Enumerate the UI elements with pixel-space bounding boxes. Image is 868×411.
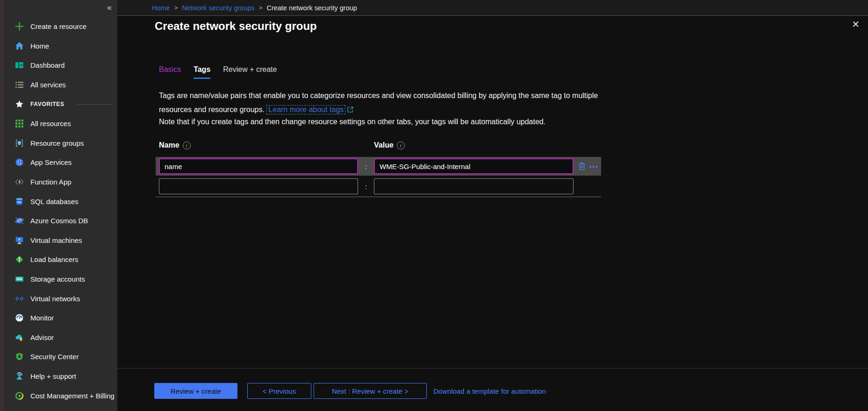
sidebar-item-advisor[interactable]: Advisor	[4, 328, 117, 347]
sidebar-item-label: SQL databases	[30, 198, 79, 206]
tags-note: Note that if you create tags and then ch…	[159, 118, 626, 126]
sidebar-item-create-a-resource[interactable]: Create a resource	[4, 17, 117, 36]
sidebar-item-label: Cost Management + Billing	[30, 392, 115, 400]
breadcrumb: Home > Network security groups > Create …	[117, 0, 868, 16]
sidebar-item-function-app[interactable]: Function App	[4, 172, 117, 192]
sidebar-item-app-services[interactable]: App Services	[4, 153, 117, 172]
cube-brackets-icon	[15, 139, 24, 148]
lightning-icon	[15, 177, 24, 186]
sidebar-item-dashboard[interactable]: Dashboard	[4, 56, 117, 75]
tab-bar: Basics Tags Review + create	[159, 65, 277, 79]
learn-more-about-tags-link[interactable]: Learn more about tags	[266, 105, 345, 114]
tags-table: Name i Value i : ••• :	[159, 141, 608, 197]
sidebar-item-label: Virtual networks	[30, 295, 80, 303]
sidebar-item-sql-databases[interactable]: SQL SQL databases	[4, 191, 117, 211]
gauge-icon	[15, 313, 24, 322]
monitor-icon	[15, 236, 24, 245]
person-headset-icon	[15, 372, 24, 381]
next-button[interactable]: Next : Review + create >	[314, 383, 427, 399]
sidebar-item-resource-groups[interactable]: Resource groups	[4, 134, 117, 153]
sidebar-item-home[interactable]: Home	[4, 36, 117, 56]
tags-table-header: Name i Value i	[159, 141, 608, 157]
globe-icon	[15, 158, 24, 167]
sidebar-item-azure-cosmos-db[interactable]: Azure Cosmos DB	[4, 211, 117, 231]
info-icon[interactable]: i	[397, 142, 405, 149]
tag-value-input[interactable]	[374, 158, 574, 174]
svg-text:$: $	[18, 394, 21, 398]
sidebar-item-label: App Services	[30, 158, 72, 166]
tag-name-input[interactable]	[159, 178, 358, 194]
colon-separator: :	[358, 163, 374, 170]
sidebar-item-virtual-networks[interactable]: Virtual networks	[4, 289, 117, 308]
sidebar: « Create a resource Home Dashboard All s…	[4, 0, 117, 411]
close-icon[interactable]: ✕	[852, 19, 860, 30]
planet-icon	[15, 216, 24, 225]
sidebar-item-all-resources[interactable]: All resources	[4, 114, 117, 134]
tags-description: Tags are name/value pairs that enable yo…	[159, 89, 610, 117]
tag-row: : •••	[156, 157, 601, 176]
chevron-right-icon: >	[174, 4, 178, 11]
download-template-link[interactable]: Download a template for automation	[433, 387, 546, 395]
breadcrumb-home-link[interactable]: Home	[152, 4, 170, 12]
sidebar-item-label: Resource groups	[30, 139, 84, 147]
collapse-sidebar-icon[interactable]: «	[107, 3, 112, 13]
sidebar-item-monitor[interactable]: Monitor	[4, 308, 117, 328]
svg-text:SQL: SQL	[17, 201, 22, 204]
tab-tags[interactable]: Tags	[194, 65, 210, 79]
sidebar-item-virtual-machines[interactable]: Virtual machines	[4, 231, 117, 250]
page-title: Create network security group	[155, 20, 317, 33]
diamond-icon	[15, 255, 24, 264]
colon-separator: :	[358, 183, 374, 191]
sidebar-item-label: Monitor	[30, 314, 54, 322]
sidebar-item-label: Security Center	[30, 353, 79, 361]
sidebar-item-label: Home	[30, 42, 49, 50]
sidebar-item-label: Dashboard	[30, 61, 65, 69]
tab-review-create[interactable]: Review + create	[223, 65, 277, 79]
review-create-button[interactable]: Review + create	[154, 383, 237, 399]
chevron-right-icon: >	[259, 4, 263, 11]
value-column-header: Value	[374, 141, 394, 149]
cost-ring-icon: $	[15, 391, 24, 400]
tag-name-input[interactable]	[159, 158, 358, 174]
list-icon	[15, 80, 24, 89]
sidebar-item-load-balancers[interactable]: Load balancers	[4, 250, 117, 269]
favorites-label: FAVORITES	[30, 101, 65, 107]
sidebar-favorites-header: FAVORITES	[4, 94, 117, 114]
shield-icon	[15, 352, 24, 361]
window-edge	[0, 0, 4, 411]
previous-button[interactable]: < Previous	[247, 383, 311, 399]
sidebar-item-all-services[interactable]: All services	[4, 75, 117, 95]
main-area: Home > Network security groups > Create …	[117, 0, 868, 411]
sidebar-item-cost-management-billing[interactable]: $ Cost Management + Billing	[4, 386, 117, 405]
external-link-icon	[347, 103, 353, 117]
star-icon	[15, 100, 24, 109]
database-icon: SQL	[15, 197, 24, 206]
sidebar-item-label: All services	[30, 81, 66, 89]
sidebar-item-label: All resources	[30, 120, 71, 128]
sidebar-item-label: Virtual machines	[30, 236, 82, 244]
sidebar-item-label: Function App	[30, 178, 72, 186]
sidebar-item-storage-accounts[interactable]: Storage accounts	[4, 269, 117, 289]
info-icon[interactable]: i	[183, 142, 191, 149]
divider	[156, 197, 601, 197]
breadcrumb-nsg-link[interactable]: Network security groups	[182, 4, 255, 12]
sidebar-item-security-center[interactable]: Security Center	[4, 347, 117, 367]
create-nsg-panel: Create network security group ✕ Basics T…	[117, 16, 868, 411]
sidebar-item-help-support[interactable]: Help + support	[4, 367, 117, 386]
tags-description-text: Tags are name/value pairs that enable yo…	[159, 92, 598, 113]
delete-tag-button[interactable]	[578, 162, 586, 170]
network-brackets-icon	[15, 294, 24, 303]
tab-basics[interactable]: Basics	[159, 65, 181, 79]
name-column-header: Name	[159, 141, 179, 149]
breadcrumb-current: Create network security group	[266, 4, 357, 12]
sidebar-item-label: Help + support	[30, 372, 76, 380]
sidebar-item-label: Create a resource	[30, 22, 86, 30]
tag-value-input[interactable]	[374, 178, 574, 194]
footer-action-bar: Review + create < Previous Next : Review…	[117, 368, 868, 399]
home-icon	[15, 42, 24, 50]
grid-icon	[15, 119, 24, 128]
advisor-cloud-icon	[15, 333, 24, 342]
more-options-button[interactable]: •••	[589, 163, 599, 170]
dashboard-icon	[15, 61, 24, 70]
sidebar-item-label: Azure Cosmos DB	[30, 217, 88, 225]
